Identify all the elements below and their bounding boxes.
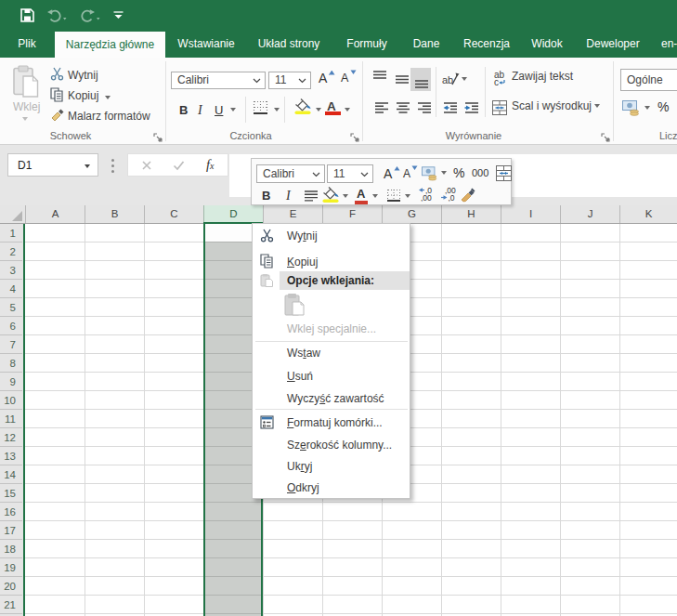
- svg-text:ab: ab: [442, 74, 453, 85]
- svg-text:,00: ,00: [421, 193, 432, 202]
- svg-text:,0: ,0: [449, 193, 455, 202]
- svg-text:c: c: [494, 77, 499, 86]
